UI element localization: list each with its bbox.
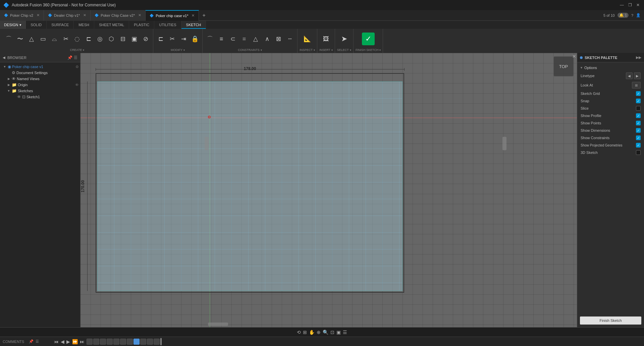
browser-collapse-icon[interactable]: ◀ xyxy=(3,56,5,59)
slice-checkbox[interactable] xyxy=(636,106,641,111)
tab-dealer-chip-v1[interactable]: 🔷 Dealer Chip v1* ✕ xyxy=(44,10,91,21)
inspect-btn[interactable]: 📐 xyxy=(302,35,313,43)
timeline-step-3[interactable] xyxy=(100,339,106,345)
3d-sketch-checkbox[interactable] xyxy=(636,150,641,155)
status-icon-3[interactable]: ⊕ xyxy=(317,330,321,335)
collinear-btn[interactable]: ≡ xyxy=(216,35,227,43)
tab-close-poker-chip-case-v2[interactable]: ✕ xyxy=(138,13,141,17)
ribbon-tab-surface[interactable]: SURFACE xyxy=(47,21,74,29)
status-icon-5[interactable]: ⊡ xyxy=(330,330,334,335)
status-icon-0[interactable]: ⟲ xyxy=(297,330,301,335)
view-cube[interactable]: TOP xyxy=(553,56,574,76)
timeline-cursor[interactable] xyxy=(160,338,162,345)
fillet-tool-btn[interactable]: ⌓ xyxy=(49,35,60,43)
trim2-btn[interactable]: ✂ xyxy=(167,35,177,43)
arc-tool-btn[interactable]: △ xyxy=(26,35,37,43)
look-at-control[interactable]: ⊞ xyxy=(632,82,641,89)
trim-tool-btn[interactable]: ✂ xyxy=(60,35,71,43)
show-profile-checkbox[interactable] xyxy=(636,113,641,118)
timeline-next-btn[interactable]: ⏩ xyxy=(72,339,78,344)
status-icon-4[interactable]: 🔍 xyxy=(323,330,328,335)
restore-btn[interactable]: ❐ xyxy=(627,2,633,8)
status-icon-2[interactable]: ✋ xyxy=(309,330,315,335)
palette-close-icon[interactable]: ▶▶ xyxy=(636,55,641,60)
rectangle2-btn[interactable]: ▣ xyxy=(129,35,140,43)
ribbon-tab-mesh[interactable]: MESH xyxy=(74,21,94,29)
close-viewport-btn[interactable]: ✕ xyxy=(572,54,576,59)
browser-item-doc-settings[interactable]: ⚙ Document Settings xyxy=(0,70,80,76)
select-btn[interactable]: ➤ xyxy=(339,34,350,44)
left-scrollbar[interactable] xyxy=(205,137,209,150)
modify-group-label[interactable]: MODIFY ▾ xyxy=(171,48,185,52)
sketch-line-btn[interactable]: ⊘ xyxy=(140,35,151,43)
comments-pin-icon[interactable]: 📌 xyxy=(29,339,34,344)
ribbon-tab-sheet-metal[interactable]: SHEET METAL xyxy=(94,21,129,29)
extend-btn[interactable]: ⊏ xyxy=(83,35,94,43)
snap-checkbox[interactable] xyxy=(636,99,641,103)
timeline-step-8[interactable] xyxy=(133,339,140,345)
insert-group-label[interactable]: INSERT ▾ xyxy=(319,48,333,52)
tab-close-dealer-chip-v1[interactable]: ✕ xyxy=(83,13,86,17)
options-header[interactable]: ▼ Options xyxy=(577,64,644,71)
status-icon-7[interactable]: ☰ xyxy=(343,330,347,335)
select-group-label[interactable]: SELECT ▾ xyxy=(337,48,351,52)
ribbon-tab-utilities[interactable]: UTILITIES xyxy=(154,21,181,29)
equal-btn[interactable]: = xyxy=(239,35,250,43)
lock-btn[interactable]: 🔒 xyxy=(190,35,200,43)
timeline-play-btn[interactable]: ▶ xyxy=(66,339,70,344)
right-scrollbar[interactable] xyxy=(502,137,506,150)
timeline-step-2[interactable] xyxy=(93,339,99,345)
show-constraints-checkbox[interactable] xyxy=(636,135,641,140)
settings-icon[interactable]: ⚙ xyxy=(75,65,79,69)
linetype-control[interactable]: ◀ ▶ xyxy=(626,72,641,79)
notification-badge[interactable]: 🔔 1 xyxy=(618,13,629,18)
status-icon-6[interactable]: ▣ xyxy=(336,330,341,335)
browser-item-root[interactable]: ▼ ◉ Poker chip case v1 ⚙ xyxy=(0,64,80,70)
origin-eye-icon[interactable]: 👁 xyxy=(75,83,79,87)
tab-close-poker-chip-case-v1[interactable]: ✕ xyxy=(192,13,195,18)
timeline-step-10[interactable] xyxy=(147,339,153,345)
account-icon[interactable]: 👤 xyxy=(636,13,641,17)
linetype-right-btn[interactable]: ▶ xyxy=(634,72,641,79)
close-btn[interactable]: ✕ xyxy=(635,2,641,8)
design-dropdown[interactable]: DESIGN ▾ xyxy=(0,21,26,29)
circle-btn[interactable]: ◎ xyxy=(95,35,105,43)
timeline-step-9[interactable] xyxy=(140,339,146,345)
tab-poker-chip-v2[interactable]: 🔷 Poker Chip v2 ✕ xyxy=(0,10,44,21)
spline-tool-btn[interactable]: 〜 xyxy=(15,35,25,43)
show-points-checkbox[interactable] xyxy=(636,121,641,125)
timeline-step-6[interactable] xyxy=(120,339,126,345)
look-at-btn[interactable]: ⊞ xyxy=(632,82,641,89)
show-dimensions-checkbox[interactable] xyxy=(636,128,641,133)
new-tab-btn[interactable]: + xyxy=(199,12,209,18)
mirror-btn[interactable]: ⊟ xyxy=(117,35,128,43)
tab-poker-chip-case-v1[interactable]: 🔷 Poker chip case v1* ✕ xyxy=(146,10,199,21)
viewport[interactable]: 178.00 170.00 TOP ✕ xyxy=(80,53,577,327)
line-tool-btn[interactable]: ⌒ xyxy=(3,35,14,43)
tangent-btn[interactable]: ⊂ xyxy=(227,35,238,43)
ribbon-tab-solid[interactable]: SOLID xyxy=(26,21,47,29)
create-group-label[interactable]: CREATE ▾ xyxy=(70,48,85,52)
ribbon-tab-sketch[interactable]: SKETCH xyxy=(181,21,206,29)
finish-sketch-group-label[interactable]: FINISH SKETCH ▾ xyxy=(356,48,381,52)
browser-item-origin[interactable]: ▶ 📁 Origin 👁 xyxy=(0,82,80,88)
timeline-start-btn[interactable]: ⏮ xyxy=(54,339,59,344)
comments-toggle-icon[interactable]: ☰ xyxy=(36,339,39,344)
tab-close-poker-chip-v2[interactable]: ✕ xyxy=(37,13,40,17)
timeline-step-4[interactable] xyxy=(107,339,113,345)
horizontal-scrollbar[interactable] xyxy=(208,323,228,326)
timeline-prev-btn[interactable]: ◀ xyxy=(61,339,64,344)
offset-btn[interactable]: ⊏ xyxy=(155,35,166,43)
parallel-btn[interactable]: △ xyxy=(250,35,261,43)
finish-sketch-btn[interactable]: ✓ xyxy=(362,33,375,45)
constraints-group-label[interactable]: CONSTRAINTS ▾ xyxy=(238,48,262,52)
dimension-btn[interactable]: ⊠ xyxy=(273,35,284,43)
perpendicular-btn[interactable]: ∧ xyxy=(262,35,272,43)
timeline-step-5[interactable] xyxy=(113,339,119,345)
show-projected-checkbox[interactable] xyxy=(636,143,641,148)
minimize-btn[interactable]: — xyxy=(619,2,625,8)
browser-item-named-views[interactable]: ▶ 👁 Named Views xyxy=(0,76,80,82)
horizontal-btn[interactable]: ╌ xyxy=(284,35,295,43)
ribbon-tab-plastic[interactable]: PLASTIC xyxy=(129,21,154,29)
tab-poker-chip-case-v2[interactable]: 🔷 Poker Chip Case v2* ✕ xyxy=(91,10,146,21)
